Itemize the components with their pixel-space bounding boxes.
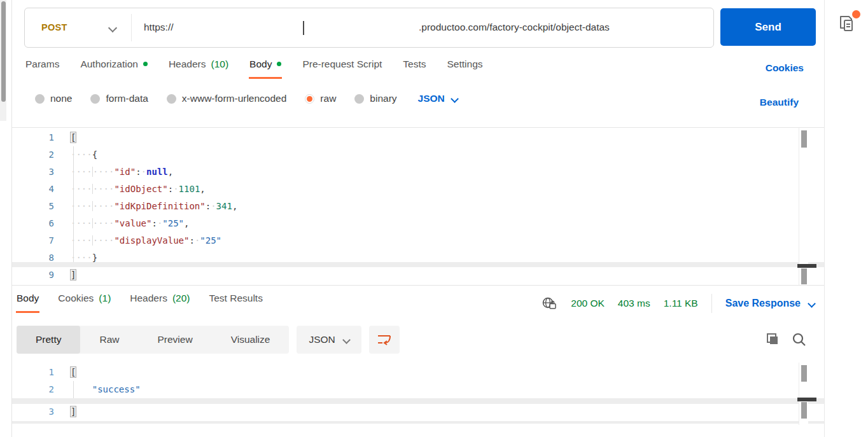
notification-dot [852, 10, 860, 18]
tab-tests[interactable]: Tests [403, 59, 426, 79]
horizontal-scrollbar[interactable] [12, 262, 824, 267]
code-line[interactable]: 2 "success" [12, 381, 824, 398]
send-button[interactable]: Send [720, 8, 816, 46]
copy-icon[interactable] [765, 332, 780, 347]
line-number: 5 [12, 198, 71, 215]
tab-params[interactable]: Params [25, 59, 59, 79]
view-raw[interactable]: Raw [80, 326, 138, 354]
response-body-editor[interactable]: 1[2 "success"3] [12, 363, 824, 426]
status-code[interactable]: 200 OK [571, 298, 605, 309]
code-line[interactable]: 2····{ [12, 146, 824, 163]
url-input[interactable]: https:// .productoo.com/factory-cockpit/… [144, 8, 708, 47]
url-suffix: .productoo.com/factory-cockpit/object-da… [419, 8, 610, 46]
code-line[interactable]: 7········"displayValue":·"25" [12, 232, 824, 249]
save-response-button[interactable]: Save Response [725, 298, 815, 309]
method-separator [131, 14, 132, 41]
radio-label: x-www-form-urlencoded [182, 93, 287, 104]
network-globe-icon[interactable] [542, 296, 557, 310]
tab-headers[interactable]: Headers(10) [169, 59, 228, 79]
right-divider [824, 0, 825, 437]
code-line[interactable]: 6········"value":·"25", [12, 215, 824, 232]
response-tab-headers[interactable]: Headers(20) [130, 293, 190, 313]
vertical-scrollbar-thumb[interactable] [801, 402, 807, 419]
response-language-select[interactable]: JSON [297, 326, 361, 354]
response-time[interactable]: 403 ms [618, 298, 650, 309]
radio-label: form-data [106, 93, 148, 104]
vertical-scrollbar-thumb[interactable] [801, 365, 807, 382]
horizontal-scrollbar[interactable] [12, 421, 824, 424]
left-panel-scrollbar[interactable] [0, 0, 6, 121]
documentation-icon[interactable] [836, 11, 862, 37]
line-number: 3 [12, 403, 71, 420]
response-tab-cookies[interactable]: Cookies(1) [58, 293, 111, 313]
code-line[interactable]: 5········"idKpiDefinition":·341, [12, 198, 824, 215]
radio-icon [354, 94, 364, 104]
postman-request-view: POST https:// .productoo.com/factory-coc… [0, 0, 868, 437]
response-tab-body[interactable]: Body [17, 293, 39, 313]
view-pretty[interactable]: Pretty [17, 326, 80, 354]
line-number: 7 [12, 232, 71, 249]
chevron-down-icon [451, 95, 459, 103]
wrap-lines-button[interactable] [369, 326, 400, 354]
meta-divider [711, 294, 712, 313]
line-number: 1 [12, 129, 71, 146]
view-preview[interactable]: Preview [139, 326, 212, 354]
save-response-label: Save Response [725, 298, 801, 309]
tab-label: Params [25, 59, 59, 70]
radio-raw[interactable]: raw [305, 93, 336, 104]
tab-label: Tests [403, 59, 426, 70]
beautify-link[interactable]: Beautify [760, 97, 799, 108]
view-visualize[interactable]: Visualize [212, 326, 290, 354]
vertical-scrollbar-thumb[interactable] [801, 130, 807, 148]
tab-label: Body [17, 293, 39, 304]
cookies-link[interactable]: Cookies [766, 62, 804, 74]
radio-form-data[interactable]: form-data [90, 93, 148, 104]
line-number: 6 [12, 215, 71, 232]
code-text: ········"idKpiDefinition":·341, [71, 198, 237, 215]
response-size[interactable]: 1.11 KB [664, 298, 698, 309]
code-rows: 1[2 "success"3] [12, 363, 824, 420]
scrollbar-corner [797, 264, 816, 268]
view-segmented-control: Pretty Raw Preview Visualize [17, 326, 289, 354]
section-divider [12, 285, 824, 286]
tab-authorization[interactable]: Authorization [80, 59, 147, 79]
vertical-scrollbar-thumb[interactable] [801, 268, 807, 284]
request-body-editor[interactable]: 1[2····{3········"id":·null,4········"id… [12, 127, 824, 285]
search-icon[interactable] [792, 332, 806, 347]
radio-binary[interactable]: binary [354, 93, 396, 104]
language-select[interactable]: JSON [418, 93, 458, 104]
code-line[interactable]: 9] [12, 267, 824, 284]
vertical-scrollbar-track[interactable] [799, 128, 808, 285]
radio-icon [35, 94, 45, 104]
chevron-down-icon [808, 300, 816, 308]
cookies-count: (1) [99, 293, 111, 304]
indent-guide [73, 146, 74, 267]
tab-body[interactable]: Body [249, 59, 281, 79]
code-line[interactable]: 1[ [12, 364, 824, 381]
radio-none[interactable]: none [35, 93, 72, 104]
code-text: ] [71, 267, 76, 284]
code-text: ····{ [71, 146, 97, 163]
green-dot-icon [143, 62, 148, 66]
tab-label: Authorization [80, 59, 137, 70]
tab-label: Headers [130, 293, 167, 304]
request-url-bar: POST https:// .productoo.com/factory-coc… [24, 8, 714, 48]
line-number: 3 [12, 163, 71, 181]
body-type-row: none form-data x-www-form-urlencoded raw… [35, 93, 458, 104]
tab-settings[interactable]: Settings [447, 59, 483, 79]
radio-x-www-form-urlencoded[interactable]: x-www-form-urlencoded [167, 93, 287, 104]
tab-label: Headers [169, 59, 206, 70]
response-tab-test-results[interactable]: Test Results [209, 293, 262, 313]
tab-pre-request-script[interactable]: Pre-request Script [302, 59, 382, 79]
method-label: POST [41, 8, 67, 47]
scrollbar-thumb[interactable] [1, 1, 6, 102]
code-line[interactable]: 1[ [12, 129, 824, 146]
method-selector[interactable]: POST [25, 8, 131, 47]
line-number: 2 [12, 146, 71, 163]
code-line[interactable]: 3········"id":·null, [12, 163, 824, 181]
code-line[interactable]: 3] [12, 403, 824, 420]
horizontal-scrollbar[interactable] [12, 398, 824, 404]
code-text: ········"value":·"25", [71, 215, 189, 232]
line-number: 1 [12, 364, 71, 381]
code-line[interactable]: 4········"idObject":·1101, [12, 181, 824, 198]
